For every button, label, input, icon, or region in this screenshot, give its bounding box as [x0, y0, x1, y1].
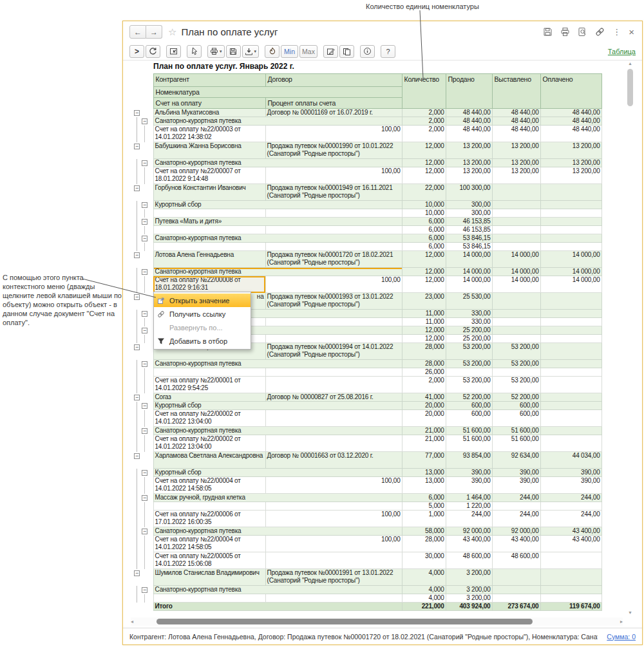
table-row[interactable]: Счет на оплату №22/00001 от 14.01.2022 9… — [133, 377, 601, 393]
vertical-scrollbar[interactable]: ▲ ▼ — [626, 61, 634, 615]
paid-cell[interactable] — [540, 377, 601, 393]
menu-item-open-value[interactable]: Открыть значение — [154, 294, 251, 307]
sold-cell[interactable]: 1 464,00 — [446, 494, 492, 502]
collapse-icon[interactable]: − — [134, 294, 140, 300]
qty-cell[interactable]: 12,000 — [402, 142, 446, 159]
issued-cell[interactable] — [492, 368, 540, 377]
table-row[interactable]: 26,000 — [133, 368, 601, 377]
percent-cell[interactable] — [265, 209, 402, 218]
paid-cell[interactable] — [540, 326, 601, 335]
percent-cell[interactable]: 100,00 — [265, 477, 402, 494]
issued-cell[interactable]: 51 600,00 — [492, 427, 540, 435]
total-cell[interactable]: Итого — [153, 603, 402, 611]
qty-cell[interactable]: 10,000 — [402, 209, 446, 218]
paid-cell[interactable] — [540, 594, 601, 603]
nomenclature-cell[interactable]: Санаторно-курортная путевка — [153, 527, 402, 536]
contract-cell[interactable]: Продажа путевок №00001949 от 16.11.2021 … — [265, 184, 402, 201]
table-row[interactable]: Счет на оплату №22/00006 от 17.01.2022 1… — [133, 511, 601, 527]
issued-cell[interactable]: 13 200,00 — [492, 167, 540, 184]
sold-cell[interactable]: 13 200,00 — [446, 142, 492, 159]
sold-cell[interactable]: 92 000,00 — [446, 527, 492, 536]
table-row[interactable]: −Альбина МукатисовнаДоговор № 00001169 о… — [133, 109, 601, 117]
menu-item-expand-by[interactable]: Развернуть по... — [154, 321, 251, 334]
nomenclature-cell[interactable]: Санаторно-курортная путевка — [153, 586, 402, 594]
table-link[interactable]: Таблица — [608, 48, 636, 55]
paid-cell[interactable]: 48 440,00 — [540, 126, 601, 142]
max-button[interactable]: Max — [299, 45, 317, 58]
paid-cell[interactable] — [540, 410, 601, 427]
issued-cell[interactable]: 390,00 — [492, 469, 540, 477]
qty-cell[interactable]: 6,000 — [402, 226, 446, 234]
close-icon[interactable]: × — [629, 26, 634, 37]
issued-cell[interactable] — [492, 335, 540, 343]
paid-cell[interactable] — [540, 402, 601, 410]
issued-cell[interactable]: 600,00 — [492, 402, 540, 410]
issued-cell[interactable] — [492, 310, 540, 318]
issued-cell[interactable] — [492, 218, 540, 226]
table-row[interactable]: 6,00046 153,85 — [133, 226, 601, 234]
sold-cell[interactable]: 93 854,00 — [446, 452, 492, 469]
qty-cell[interactable]: 4,000 — [402, 569, 446, 586]
nomenclature-cell[interactable]: Санаторно-курортная путевка — [153, 159, 402, 167]
sold-cell[interactable]: 25 200,00 — [446, 326, 492, 335]
qty-cell[interactable]: 77,000 — [402, 452, 446, 469]
sold-cell[interactable] — [446, 368, 492, 377]
table-row[interactable]: Счет на оплату №22/00003 от 14.01.2022 1… — [133, 126, 601, 142]
scroll-down-icon[interactable]: ▼ — [626, 610, 634, 615]
percent-cell[interactable]: 100,00 — [265, 511, 402, 527]
sold-cell[interactable]: 600,00 — [446, 402, 492, 410]
qty-cell[interactable]: 11,000 — [402, 310, 446, 318]
print-button[interactable]: ▾ — [207, 45, 225, 58]
qty-cell[interactable]: 4,000 — [402, 594, 446, 603]
account-cell[interactable]: Счет на оплату №22/00007 от 18.01.2022 9… — [153, 167, 265, 184]
account-cell[interactable]: Счет на оплату №22/00004 от 14.01.2022 1… — [153, 536, 265, 552]
paid-cell[interactable]: 13 200,00 — [540, 167, 601, 184]
table-row[interactable]: Итого221,000403 924,00273 674,00119 674,… — [133, 603, 601, 611]
percent-cell[interactable] — [265, 243, 402, 251]
account-cell[interactable] — [153, 226, 265, 234]
qty-cell[interactable]: 20,000 — [402, 410, 446, 427]
qty-cell[interactable]: 28,000 — [402, 536, 446, 552]
collapse-icon[interactable]: − — [142, 219, 147, 225]
account-cell[interactable] — [153, 209, 265, 218]
account-cell[interactable] — [153, 243, 265, 251]
table-row[interactable]: 4,0003 200,00 — [133, 594, 601, 603]
contractor-cell[interactable]: Горбунов Константин Иванович — [153, 184, 265, 201]
issued-cell[interactable]: 390,00 — [492, 477, 540, 494]
collapse-icon[interactable]: − — [142, 202, 147, 208]
percent-cell[interactable] — [265, 226, 402, 234]
issued-cell[interactable]: 273 674,00 — [492, 603, 540, 611]
sold-cell[interactable]: 51 600,00 — [446, 435, 492, 452]
issued-cell[interactable] — [492, 184, 540, 201]
scroll-right-icon[interactable]: ▸ — [620, 619, 623, 624]
qty-cell[interactable]: 6,000 — [402, 243, 446, 251]
paid-cell[interactable] — [540, 243, 601, 251]
qty-cell[interactable]: 11,000 — [402, 318, 446, 326]
sold-cell[interactable]: 390,00 — [446, 477, 492, 494]
flame-button[interactable] — [265, 45, 279, 58]
preview-icon[interactable] — [578, 27, 587, 37]
favorite-star-icon[interactable]: ☆ — [168, 26, 176, 38]
paid-cell[interactable]: 119 674,00 — [540, 603, 601, 611]
link-icon[interactable] — [595, 27, 605, 37]
sold-cell[interactable]: 14 000,00 — [446, 276, 492, 293]
sold-cell[interactable]: 51 600,00 — [446, 427, 492, 435]
percent-cell[interactable]: 100,00 — [265, 536, 402, 552]
paid-cell[interactable] — [540, 360, 601, 368]
sold-cell[interactable]: 330,00 — [446, 310, 492, 318]
paid-cell[interactable] — [540, 318, 601, 326]
sold-cell[interactable]: 48 440,00 — [446, 109, 492, 117]
issued-cell[interactable] — [492, 243, 540, 251]
issued-cell[interactable] — [492, 209, 540, 218]
table-row[interactable]: −Горбунов Константин ИвановичПродажа пут… — [133, 184, 601, 201]
table-row[interactable]: −Санаторно-курортная путевка28,00053 200… — [133, 360, 601, 368]
back-button[interactable]: ← — [129, 25, 146, 39]
table-row[interactable]: Счет на оплату №22/00005 от 14.01.2022 1… — [133, 552, 601, 569]
paid-cell[interactable]: 390,00 — [540, 477, 601, 494]
table-row[interactable]: −Санаторно-курортная путевка12,00013 200… — [133, 159, 601, 167]
issued-cell[interactable]: 600,00 — [492, 410, 540, 427]
table-row[interactable]: −Харламова Светлана АлександровнаДоговор… — [133, 452, 601, 469]
qty-cell[interactable]: 22,000 — [402, 184, 446, 201]
sold-cell[interactable]: 53 200,00 — [446, 377, 492, 393]
account-cell[interactable]: Счет на оплату №22/00006 от 17.01.2022 1… — [153, 511, 265, 527]
